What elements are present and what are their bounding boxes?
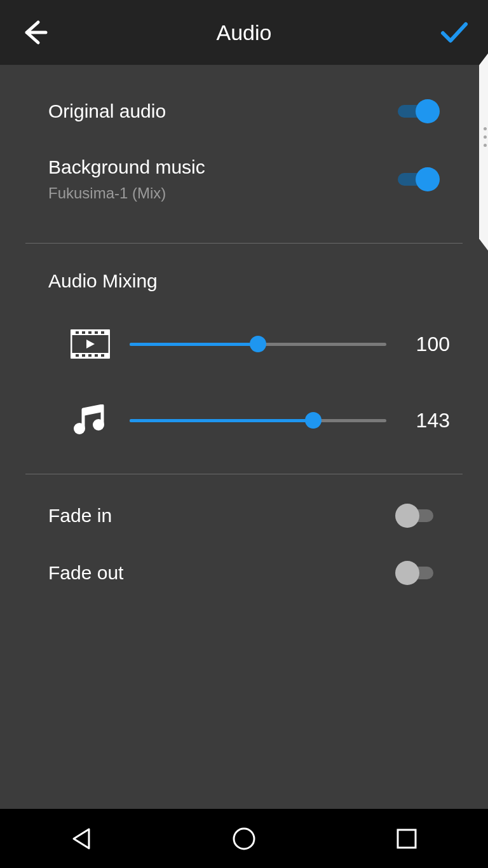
music-volume-slider[interactable] <box>130 411 386 430</box>
divider <box>25 474 463 474</box>
confirm-button[interactable] <box>437 16 470 49</box>
content: Original audio Background music Fukusima… <box>0 65 488 809</box>
nav-home-button[interactable] <box>206 820 282 858</box>
svg-rect-11 <box>95 354 98 357</box>
svg-rect-7 <box>101 331 104 334</box>
music-volume-row: 143 <box>0 382 488 458</box>
nav-back-button[interactable] <box>43 820 119 858</box>
svg-rect-12 <box>101 354 104 357</box>
audio-mixing-title: Audio Mixing <box>0 250 488 306</box>
fade-in-row[interactable]: Fade in <box>48 487 440 544</box>
svg-rect-9 <box>82 354 85 357</box>
square-recent-icon <box>396 828 417 850</box>
fade-in-toggle[interactable] <box>398 504 440 528</box>
svg-rect-6 <box>95 331 98 334</box>
check-icon <box>438 17 470 48</box>
fade-out-label: Fade out <box>48 562 123 584</box>
music-icon <box>70 403 111 438</box>
svg-rect-4 <box>82 331 85 334</box>
video-icon <box>70 326 111 362</box>
video-volume-row: 100 <box>0 306 488 382</box>
back-button[interactable] <box>18 16 51 49</box>
android-navbar <box>0 809 488 868</box>
header: Audio <box>0 0 488 65</box>
background-music-row[interactable]: Background music Fukusima-1 (Mix) <box>48 140 440 219</box>
fade-in-label: Fade in <box>48 505 112 527</box>
circle-home-icon <box>232 827 256 851</box>
nav-recent-button[interactable] <box>369 820 445 858</box>
svg-point-15 <box>234 829 254 849</box>
svg-point-14 <box>93 419 104 431</box>
svg-point-13 <box>74 423 85 434</box>
fade-section: Fade in Fade out <box>0 481 488 608</box>
video-volume-slider[interactable] <box>130 334 386 354</box>
audio-toggles-section: Original audio Background music Fukusima… <box>0 65 488 237</box>
fade-out-row[interactable]: Fade out <box>48 544 440 602</box>
svg-rect-5 <box>88 331 92 334</box>
original-audio-toggle[interactable] <box>398 99 440 123</box>
svg-rect-10 <box>88 354 92 357</box>
original-audio-label: Original audio <box>48 100 166 122</box>
svg-rect-3 <box>76 331 79 334</box>
fade-out-toggle[interactable] <box>398 561 440 585</box>
triangle-back-icon <box>70 827 93 851</box>
svg-rect-8 <box>76 354 79 357</box>
divider <box>25 243 463 244</box>
svg-rect-16 <box>398 830 416 848</box>
original-audio-row[interactable]: Original audio <box>48 83 440 140</box>
background-music-toggle[interactable] <box>398 167 440 191</box>
side-panel-dots <box>484 127 487 147</box>
music-volume-value: 143 <box>405 409 450 432</box>
arrow-left-icon <box>20 18 48 46</box>
page-title: Audio <box>217 20 272 45</box>
video-volume-value: 100 <box>405 333 450 356</box>
background-music-label: Background music <box>48 156 205 178</box>
side-panel-peek[interactable] <box>479 53 488 251</box>
background-music-subtitle: Fukusima-1 (Mix) <box>48 184 205 202</box>
